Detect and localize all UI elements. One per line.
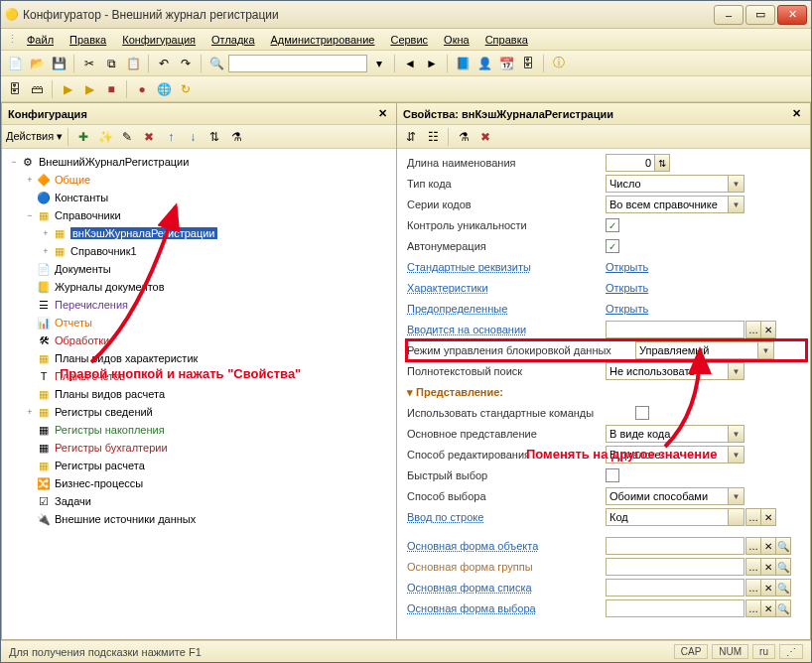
open-link[interactable]: Открыть xyxy=(606,261,648,273)
globe-icon[interactable]: 🌐 xyxy=(154,79,174,99)
open-link[interactable]: Открыть xyxy=(606,303,648,315)
db-check-icon[interactable]: 🗃 xyxy=(27,79,47,99)
help-icon[interactable]: ⓘ xyxy=(549,54,569,73)
tree-common[interactable]: +🔶Общие xyxy=(2,171,396,189)
prop-basedon-input[interactable] xyxy=(606,321,744,338)
prop-formsel-label[interactable]: Основная форма выбора xyxy=(407,602,606,614)
status-resize-icon[interactable]: ⋰ xyxy=(779,644,803,659)
undo-icon[interactable]: ↶ xyxy=(154,54,174,73)
db-icon[interactable]: 🗄 xyxy=(518,54,538,73)
prop-selmode-combo[interactable]: Обоими способами▼ xyxy=(606,487,744,505)
panel-close-icon[interactable]: ✕ xyxy=(374,107,390,120)
chevron-down-icon[interactable] xyxy=(728,509,744,525)
prop-lockmode-combo[interactable]: Управляемый▼ xyxy=(635,341,774,359)
copy-icon[interactable]: ⧉ xyxy=(101,54,121,73)
fwd-icon[interactable]: ► xyxy=(422,54,442,73)
menu-file[interactable]: Файл xyxy=(20,32,61,48)
chevron-down-icon[interactable]: ▼ xyxy=(728,363,744,379)
tree-accum-reg[interactable]: ▦Регистры накопления xyxy=(2,421,396,439)
clear-icon[interactable]: ✕ xyxy=(760,558,776,576)
ellipsis-icon[interactable]: … xyxy=(745,321,761,338)
actions-menu[interactable]: Действия ▾ xyxy=(6,130,63,143)
prop-formlist-label[interactable]: Основная форма списка xyxy=(407,582,606,594)
down-icon[interactable]: ↓ xyxy=(183,127,203,147)
ellipsis-icon[interactable]: … xyxy=(745,599,761,617)
new-icon[interactable]: 📄 xyxy=(5,54,25,73)
prop-formobj-input[interactable] xyxy=(606,537,744,555)
prop-mainrepr-combo[interactable]: В виде кода▼ xyxy=(606,425,744,443)
tree-root[interactable]: −⚙ВнешнийЖурналРегистрации xyxy=(2,153,396,171)
menu-windows[interactable]: Окна xyxy=(437,32,476,48)
user-icon[interactable]: 👤 xyxy=(474,54,494,73)
prop-char-label[interactable]: Характеристики xyxy=(407,282,606,294)
menu-debug[interactable]: Отладка xyxy=(204,32,261,48)
delete-icon[interactable]: ✖ xyxy=(139,127,159,147)
tree-calc-reg[interactable]: ▦Регистры расчета xyxy=(2,457,396,474)
tree-journals[interactable]: 📒Журналы документов xyxy=(2,278,396,296)
chevron-down-icon[interactable]: ▼ xyxy=(728,447,744,463)
prop-fulltext-combo[interactable]: Не использовать▼ xyxy=(606,362,744,380)
cut-icon[interactable]: ✂ xyxy=(79,54,99,73)
prop-stdcmd-check[interactable] xyxy=(635,406,649,420)
chevron-down-icon[interactable]: ▼ xyxy=(728,426,744,442)
categorize-icon[interactable]: ☷ xyxy=(423,127,443,147)
tree-accounts[interactable]: ТПланы счетов xyxy=(2,367,396,385)
tree-ext-sources[interactable]: 🔌Внешние источники данных xyxy=(2,510,396,528)
prop-autonum-check[interactable]: ✓ xyxy=(606,239,619,253)
search-icon[interactable]: 🔍 xyxy=(775,537,791,555)
clear-icon[interactable]: ✕ xyxy=(760,508,776,526)
ellipsis-icon[interactable]: … xyxy=(745,537,761,555)
menu-admin[interactable]: Администрирование xyxy=(264,32,382,48)
chevron-down-icon[interactable]: ▼ xyxy=(728,197,744,212)
refresh-icon[interactable]: ↻ xyxy=(176,79,196,99)
prop-predef-label[interactable]: Предопределенные xyxy=(407,303,606,315)
config-tree[interactable]: −⚙ВнешнийЖурналРегистрации +🔶Общие 🔵Конс… xyxy=(2,149,396,532)
tree-info-reg[interactable]: +▦Регистры сведений xyxy=(2,403,396,421)
save-icon[interactable]: 💾 xyxy=(49,54,68,73)
spinner-icon[interactable]: ⇅ xyxy=(654,154,670,172)
edit-icon[interactable]: ✎ xyxy=(117,127,137,147)
prop-formlist-input[interactable] xyxy=(606,579,744,597)
stop-icon[interactable]: ■ xyxy=(101,79,121,99)
menubar-grip[interactable]: ⋮ xyxy=(7,33,18,46)
menu-edit[interactable]: Правка xyxy=(63,32,113,48)
prop-formsel-input[interactable] xyxy=(606,599,744,617)
chevron-down-icon[interactable]: ▼ xyxy=(757,342,773,358)
search-icon[interactable]: 🔍 xyxy=(775,599,791,617)
tree-documents[interactable]: 📄Документы xyxy=(2,260,396,278)
paste-icon[interactable]: 📋 xyxy=(123,54,143,73)
clear-icon[interactable]: ✕ xyxy=(760,321,776,338)
tree-tasks[interactable]: ☑Задачи xyxy=(2,492,396,510)
panel-close-icon[interactable]: ✕ xyxy=(788,107,804,120)
prop-codetype-combo[interactable]: Число▼ xyxy=(606,175,744,193)
search-input[interactable] xyxy=(228,55,367,72)
filter-icon[interactable]: ⚗ xyxy=(226,127,246,147)
prop-stdreq-label[interactable]: Стандартные реквизиты xyxy=(407,261,606,273)
prop-rowinput-label[interactable]: Ввод по строке xyxy=(407,511,606,523)
db-update-icon[interactable]: 🗄 xyxy=(5,79,25,99)
clear-icon[interactable]: ✕ xyxy=(760,599,776,617)
prop-editmode-combo[interactable]: В диалоге▼ xyxy=(606,446,744,464)
run-icon[interactable]: ▶ xyxy=(79,79,99,99)
props-filter-icon[interactable]: ⚗ xyxy=(454,127,474,147)
minimize-button[interactable]: – xyxy=(714,5,744,25)
tree-processing[interactable]: 🛠Обработки xyxy=(2,332,396,349)
prop-rowinput-combo[interactable]: Код xyxy=(606,508,744,526)
close-button[interactable]: ✕ xyxy=(777,5,807,25)
prop-len-input[interactable] xyxy=(606,154,655,172)
clear-icon[interactable]: ✕ xyxy=(760,579,776,597)
search-dd-icon[interactable]: ▾ xyxy=(369,54,389,73)
prop-formobj-label[interactable]: Основная форма объекта xyxy=(407,540,606,552)
open-icon[interactable]: 📂 xyxy=(27,54,47,73)
add-icon[interactable]: ✚ xyxy=(73,127,93,147)
menu-config[interactable]: Конфигурация xyxy=(115,32,203,48)
menu-help[interactable]: Справка xyxy=(478,32,535,48)
search-icon[interactable]: 🔍 xyxy=(775,579,791,597)
props-x-icon[interactable]: ✖ xyxy=(475,127,495,147)
tree-business[interactable]: 🔀Бизнес-процессы xyxy=(2,474,396,492)
prop-formgrp-input[interactable] xyxy=(606,558,744,576)
prop-basedon-label[interactable]: Вводится на основании xyxy=(407,324,606,335)
tree-catalog-1[interactable]: +▦Справочник1 xyxy=(2,242,396,260)
ellipsis-icon[interactable]: … xyxy=(745,558,761,576)
breakpoint-icon[interactable]: ● xyxy=(132,79,152,99)
